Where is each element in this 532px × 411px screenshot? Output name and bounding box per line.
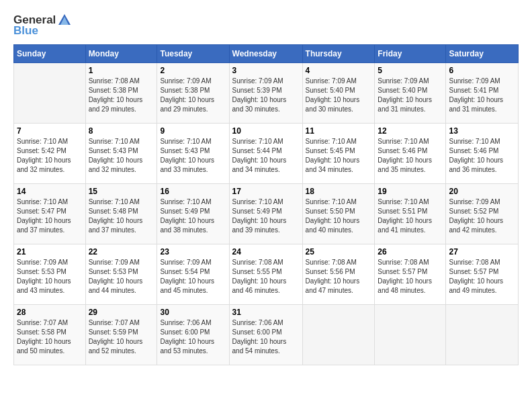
day-number: 1 [89,66,154,75]
day-number: 9 [160,126,226,136]
day-detail: Sunrise: 7:10 AMSunset: 5:43 PMDaylight:… [160,137,226,175]
day-detail: Sunrise: 7:09 AMSunset: 5:52 PMDaylight:… [449,197,515,235]
day-number: 13 [449,126,515,136]
day-cell: 15Sunrise: 7:10 AMSunset: 5:48 PMDayligh… [85,184,157,244]
page-header: General Blue [13,13,519,38]
header-thursday: Thursday [302,45,375,63]
day-number: 19 [378,187,443,196]
day-number: 23 [160,247,226,257]
day-detail: Sunrise: 7:08 AMSunset: 5:56 PMDaylight:… [306,258,372,295]
day-cell: 19Sunrise: 7:10 AMSunset: 5:51 PMDayligh… [375,184,446,244]
day-detail: Sunrise: 7:10 AMSunset: 5:45 PMDaylight:… [306,137,372,175]
day-detail: Sunrise: 7:09 AMSunset: 5:53 PMDaylight:… [17,258,83,295]
day-cell [375,305,446,365]
day-cell: 11Sunrise: 7:10 AMSunset: 5:45 PMDayligh… [302,124,375,184]
day-cell: 7Sunrise: 7:10 AMSunset: 5:42 PMDaylight… [14,124,86,184]
week-row-3: 14Sunrise: 7:10 AMSunset: 5:47 PMDayligh… [14,184,519,244]
day-cell [302,305,375,365]
day-cell: 13Sunrise: 7:10 AMSunset: 5:46 PMDayligh… [446,124,519,184]
calendar-table: SundayMondayTuesdayWednesdayThursdayFrid… [13,44,519,365]
day-cell: 16Sunrise: 7:10 AMSunset: 5:49 PMDayligh… [157,184,229,244]
day-number: 5 [378,66,443,75]
day-detail: Sunrise: 7:09 AMSunset: 5:40 PMDaylight:… [378,77,443,114]
day-cell: 23Sunrise: 7:09 AMSunset: 5:54 PMDayligh… [157,244,229,305]
week-row-2: 7Sunrise: 7:10 AMSunset: 5:42 PMDaylight… [14,124,519,184]
day-number: 27 [449,247,515,257]
day-detail: Sunrise: 7:08 AMSunset: 5:57 PMDaylight:… [378,258,443,295]
day-number: 21 [17,247,83,257]
day-number: 24 [232,247,300,257]
day-detail: Sunrise: 7:07 AMSunset: 5:59 PMDaylight:… [89,318,154,356]
day-number: 17 [232,187,300,196]
header-monday: Monday [85,45,157,63]
day-detail: Sunrise: 7:10 AMSunset: 5:46 PMDaylight:… [378,137,443,175]
day-cell: 29Sunrise: 7:07 AMSunset: 5:59 PMDayligh… [85,305,157,365]
day-cell: 25Sunrise: 7:08 AMSunset: 5:56 PMDayligh… [302,244,375,305]
day-number: 12 [378,126,443,136]
logo-triangle-icon [58,13,71,26]
day-cell: 2Sunrise: 7:09 AMSunset: 5:38 PMDaylight… [157,63,229,124]
day-cell: 28Sunrise: 7:07 AMSunset: 5:58 PMDayligh… [14,305,86,365]
day-cell: 24Sunrise: 7:08 AMSunset: 5:55 PMDayligh… [229,244,302,305]
day-detail: Sunrise: 7:09 AMSunset: 5:53 PMDaylight:… [89,258,154,295]
day-cell: 27Sunrise: 7:08 AMSunset: 5:57 PMDayligh… [446,244,519,305]
day-number: 14 [17,187,83,196]
day-detail: Sunrise: 7:09 AMSunset: 5:38 PMDaylight:… [160,77,226,114]
day-cell: 1Sunrise: 7:08 AMSunset: 5:38 PMDaylight… [85,63,157,124]
day-detail: Sunrise: 7:10 AMSunset: 5:49 PMDaylight:… [232,197,300,235]
day-cell: 3Sunrise: 7:09 AMSunset: 5:39 PMDaylight… [229,63,302,124]
day-cell: 18Sunrise: 7:10 AMSunset: 5:50 PMDayligh… [302,184,375,244]
day-number: 4 [306,66,372,75]
day-number: 26 [378,247,443,257]
day-detail: Sunrise: 7:08 AMSunset: 5:57 PMDaylight:… [449,258,515,295]
day-number: 20 [449,187,515,196]
week-row-4: 21Sunrise: 7:09 AMSunset: 5:53 PMDayligh… [14,244,519,305]
day-cell: 17Sunrise: 7:10 AMSunset: 5:49 PMDayligh… [229,184,302,244]
day-number: 3 [232,66,300,75]
week-row-5: 28Sunrise: 7:07 AMSunset: 5:58 PMDayligh… [14,305,519,365]
day-cell: 8Sunrise: 7:10 AMSunset: 5:43 PMDaylight… [85,124,157,184]
day-cell: 20Sunrise: 7:09 AMSunset: 5:52 PMDayligh… [446,184,519,244]
day-cell: 21Sunrise: 7:09 AMSunset: 5:53 PMDayligh… [14,244,86,305]
day-cell: 26Sunrise: 7:08 AMSunset: 5:57 PMDayligh… [375,244,446,305]
header-tuesday: Tuesday [157,45,229,63]
day-cell: 10Sunrise: 7:10 AMSunset: 5:44 PMDayligh… [229,124,302,184]
day-cell: 5Sunrise: 7:09 AMSunset: 5:40 PMDaylight… [375,63,446,124]
day-cell: 9Sunrise: 7:10 AMSunset: 5:43 PMDaylight… [157,124,229,184]
day-detail: Sunrise: 7:10 AMSunset: 5:48 PMDaylight:… [89,197,154,235]
day-number: 16 [160,187,226,196]
logo: General Blue [13,13,71,38]
day-number: 15 [89,187,154,196]
day-detail: Sunrise: 7:06 AMSunset: 6:00 PMDaylight:… [160,318,226,356]
day-number: 22 [89,247,154,257]
header-sunday: Sunday [14,45,86,63]
day-cell: 4Sunrise: 7:09 AMSunset: 5:40 PMDaylight… [302,63,375,124]
week-row-1: 1Sunrise: 7:08 AMSunset: 5:38 PMDaylight… [14,63,519,124]
day-number: 7 [17,126,83,136]
logo-blue: Blue [13,24,38,38]
day-cell: 31Sunrise: 7:06 AMSunset: 6:00 PMDayligh… [229,305,302,365]
day-detail: Sunrise: 7:10 AMSunset: 5:50 PMDaylight:… [306,197,372,235]
day-detail: Sunrise: 7:09 AMSunset: 5:54 PMDaylight:… [160,258,226,295]
day-detail: Sunrise: 7:10 AMSunset: 5:44 PMDaylight:… [232,137,300,175]
day-detail: Sunrise: 7:09 AMSunset: 5:39 PMDaylight:… [232,77,300,114]
header-friday: Friday [375,45,446,63]
day-number: 8 [89,126,154,136]
day-number: 30 [160,308,226,317]
day-number: 18 [306,187,372,196]
day-number: 10 [232,126,300,136]
calendar-header-row: SundayMondayTuesdayWednesdayThursdayFrid… [14,45,519,63]
day-number: 2 [160,66,226,75]
day-cell: 6Sunrise: 7:09 AMSunset: 5:41 PMDaylight… [446,63,519,124]
day-number: 29 [89,308,154,317]
day-detail: Sunrise: 7:06 AMSunset: 6:00 PMDaylight:… [232,318,300,356]
day-number: 6 [449,66,515,75]
day-detail: Sunrise: 7:10 AMSunset: 5:47 PMDaylight:… [17,197,83,235]
day-detail: Sunrise: 7:08 AMSunset: 5:55 PMDaylight:… [232,258,300,295]
day-number: 11 [306,126,372,136]
day-cell: 22Sunrise: 7:09 AMSunset: 5:53 PMDayligh… [85,244,157,305]
day-cell: 14Sunrise: 7:10 AMSunset: 5:47 PMDayligh… [14,184,86,244]
header-wednesday: Wednesday [229,45,302,63]
day-detail: Sunrise: 7:09 AMSunset: 5:40 PMDaylight:… [306,77,372,114]
day-number: 31 [232,308,300,317]
